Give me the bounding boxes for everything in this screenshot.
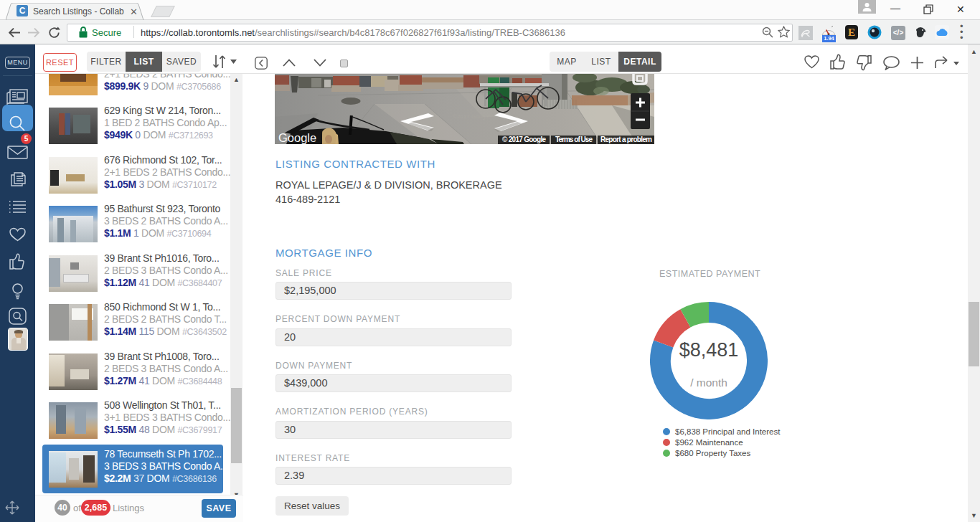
svg-text:© 2017 Google: © 2017 Google (502, 136, 546, 143)
svg-text:©2017 Google: ©2017 Google (453, 113, 490, 120)
svg-text:Google: Google (278, 131, 316, 144)
svg-text:Report a problem: Report a problem (600, 136, 652, 143)
svg-text:Terms of Use: Terms of Use (555, 136, 593, 143)
